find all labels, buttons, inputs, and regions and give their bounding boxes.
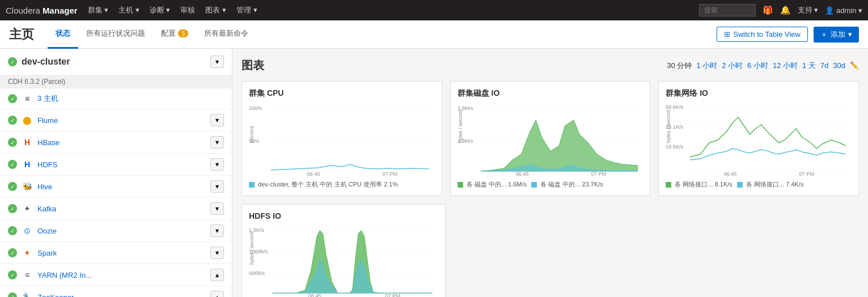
nav-right: 🎁 🔔 支持 ▾ 👤 admin ▾ — [699, 4, 862, 16]
tab-issues[interactable]: 所有运行状况问题 — [78, 20, 153, 49]
nav-host[interactable]: 主机 ▾ — [118, 5, 139, 15]
charts-row-1: 群集 CPU 100% 50% percent — [242, 81, 859, 196]
sidebar-item-spark[interactable]: ✦ Spark ▾ — [0, 242, 232, 264]
kafka-label[interactable]: Kafka — [37, 205, 206, 213]
cpu-chart-area: 100% 50% percent 06:45 07 PM — [249, 103, 435, 177]
sidebar-item-kafka[interactable]: ✦ Kafka ▾ — [0, 198, 232, 220]
cluster-name: dev-cluster — [22, 57, 206, 67]
cdh-label: CDH 6.3.2 (Parcel) — [0, 75, 232, 88]
spark-dropdown[interactable]: ▾ — [210, 247, 224, 259]
hdfs-io-title: HDFS IO — [249, 211, 438, 220]
sidebar-item-flume[interactable]: ⬤ Flume ▾ — [0, 109, 232, 131]
time-30d[interactable]: 30d — [833, 61, 845, 70]
net-io-title: 群集网络 IO — [666, 88, 852, 99]
cpu-chart-title: 群集 CPU — [249, 88, 435, 99]
time-6h[interactable]: 6 小时 — [747, 61, 768, 71]
kafka-dropdown[interactable]: ▾ — [210, 202, 224, 215]
add-button[interactable]: ＋ 添加▾ — [814, 27, 859, 43]
zookeeper-label[interactable]: ZooKeeper — [37, 293, 206, 298]
hdfs-io-area: 1.5K/s 1000b/s 500b/s bytes / second 06:… — [249, 225, 438, 297]
top-nav: Cloudera Manager 群集 ▾ 主机 ▾ 诊断 ▾ 审核 图表 ▾ … — [0, 0, 868, 20]
nav-manage[interactable]: 管理 ▾ — [236, 5, 257, 15]
tab-right: ⊞ Switch to Table View ＋ 添加▾ — [717, 27, 859, 43]
oozie-dropdown[interactable]: ▾ — [210, 224, 224, 237]
charts-row-2: HDFS IO 1.5K/s 1000b/s 500b/s bytes / se… — [242, 204, 859, 297]
disk-io-legend: 各 磁盘 中的... 1.6M/s 各 磁盘 中的... 23.7K/s — [458, 180, 643, 189]
svg-text:500b/s: 500b/s — [249, 270, 265, 276]
nav-audit[interactable]: 审核 — [180, 5, 195, 15]
hdfs-dropdown[interactable]: ▾ — [210, 158, 224, 171]
sidebar-item-hbase[interactable]: H HBase ▾ — [0, 131, 232, 154]
flume-status-icon — [8, 116, 17, 125]
current-time-label: 30 分钟 — [667, 61, 692, 71]
sidebar-item-hosts[interactable]: ≡ 3 主机 — [0, 88, 232, 109]
svg-text:bytes / second: bytes / second — [458, 110, 463, 143]
time-7d[interactable]: 7d — [820, 61, 828, 70]
edit-icon[interactable]: ✏️ — [850, 61, 859, 70]
svg-text:06:45: 06:45 — [515, 171, 528, 177]
svg-marker-14 — [481, 120, 637, 171]
brand-cloudera: Cloudera — [6, 6, 40, 15]
disk-io-svg: 3.8M/s 1.9M/s bytes / second 06:45 07 PM — [458, 103, 643, 177]
svg-text:06:45: 06:45 — [307, 171, 320, 177]
hosts-link[interactable]: 3 主机 — [37, 94, 224, 104]
flume-label[interactable]: Flume — [37, 116, 206, 125]
tab-config[interactable]: 配置 3 — [153, 20, 196, 49]
spark-label[interactable]: Spark — [37, 249, 206, 257]
sidebar-item-hive[interactable]: 🐝 Hive ▾ — [0, 176, 232, 198]
hdfs-label[interactable]: HDFS — [37, 160, 206, 169]
hosts-icon: ≡ — [22, 93, 33, 104]
hive-icon: 🐝 — [22, 181, 33, 192]
add-label: 添加 — [831, 29, 845, 40]
tab-status[interactable]: 状态 — [48, 20, 78, 49]
nav-cluster[interactable]: 群集 ▾ — [88, 5, 109, 15]
svg-text:07 PM: 07 PM — [799, 171, 815, 177]
disk-write-dot — [531, 182, 537, 188]
nav-charts[interactable]: 图表 ▾ — [205, 5, 226, 15]
nav-diagnostics[interactable]: 诊断 ▾ — [150, 5, 171, 15]
time-1d[interactable]: 1 天 — [802, 61, 816, 71]
net-io-area: 58.6K/s 39.1K/s 19.5K/s bytes / second 0… — [666, 103, 852, 177]
tab-commands[interactable]: 所有最新命令 — [196, 20, 256, 49]
oozie-label[interactable]: Oozie — [37, 227, 206, 235]
cluster-header: dev-cluster ▾ — [0, 49, 232, 75]
charts-title: 图表 — [242, 58, 667, 73]
sidebar-item-hdfs[interactable]: H HDFS ▾ — [0, 154, 232, 176]
sidebar-item-zookeeper[interactable]: 🔧 ZooKeeper ▴ — [0, 286, 232, 297]
hive-label[interactable]: Hive — [37, 183, 206, 191]
plus-icon: ＋ — [820, 29, 828, 40]
disk-io-area: 3.8M/s 1.9M/s bytes / second 06:45 07 PM — [458, 103, 643, 177]
hbase-label[interactable]: HBase — [37, 138, 206, 147]
time-12h[interactable]: 12 小时 — [773, 61, 798, 71]
bell-icon[interactable]: 🔔 — [780, 5, 791, 15]
zookeeper-dropdown[interactable]: ▴ — [210, 291, 224, 297]
chart-disk-io: 群集磁盘 IO 3.8M/s 1.9M/s bytes / second 06:… — [450, 81, 651, 196]
admin-menu[interactable]: 👤 admin ▾ — [825, 6, 862, 15]
search-input[interactable] — [699, 4, 756, 16]
time-controls: 30 分钟 1 小时 2 小时 6 小时 12 小时 1 天 7d 30d ✏️ — [667, 61, 859, 71]
yarn-label[interactable]: YARN (MR2 In... — [37, 271, 206, 279]
svg-text:100%: 100% — [249, 105, 262, 111]
sidebar-item-oozie[interactable]: ⊙ Oozie ▾ — [0, 220, 232, 242]
disk-write-text: 各 磁盘 中的... 23.7K/s — [540, 181, 603, 188]
kafka-status-icon — [8, 204, 17, 213]
svg-text:percent: percent — [249, 126, 255, 143]
cluster-dropdown-button[interactable]: ▾ — [210, 56, 224, 68]
time-2h[interactable]: 2 小时 — [722, 61, 743, 71]
cluster-status-icon — [8, 57, 17, 66]
svg-text:bytes / second: bytes / second — [249, 232, 255, 265]
support-menu[interactable]: 支持 ▾ — [798, 5, 819, 15]
gift-icon[interactable]: 🎁 — [763, 5, 773, 15]
yarn-dropdown[interactable]: ▴ — [210, 269, 224, 281]
oozie-status-icon — [8, 226, 17, 235]
switch-table-button[interactable]: ⊞ Switch to Table View — [717, 27, 808, 42]
hive-dropdown[interactable]: ▾ — [210, 180, 224, 193]
content-area: 图表 30 分钟 1 小时 2 小时 6 小时 12 小时 1 天 7d 30d… — [232, 49, 868, 297]
switch-table-label: Switch to Table View — [733, 30, 801, 39]
sidebar-item-yarn[interactable]: ≡ YARN (MR2 In... ▴ — [0, 264, 232, 286]
flume-dropdown[interactable]: ▾ — [210, 114, 224, 126]
spark-icon: ✦ — [22, 247, 33, 258]
table-view-icon: ⊞ — [724, 30, 730, 39]
hbase-dropdown[interactable]: ▾ — [210, 136, 224, 148]
time-1h[interactable]: 1 小时 — [696, 61, 717, 71]
